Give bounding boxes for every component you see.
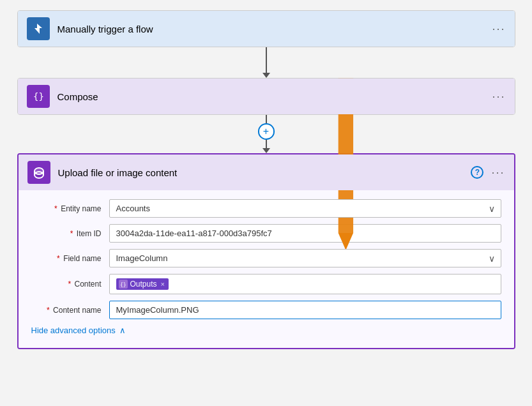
upload-card: Upload file or image content ? ··· * Ent…	[17, 153, 515, 349]
add-step-button[interactable]: +	[258, 123, 275, 139]
field-name-row: * Field name ImageColumn ∨	[31, 249, 501, 267]
field-name-label: * Field name	[31, 254, 102, 263]
compose-title: Compose	[57, 91, 485, 102]
connector-arrow-1	[262, 73, 270, 78]
content-row: * Content {} Outputs ×	[31, 274, 501, 294]
upload-help-button[interactable]: ?	[471, 166, 483, 179]
entity-name-select-wrapper: Accounts ∨	[109, 199, 501, 218]
plus-line-top	[266, 115, 267, 123]
connector-1	[262, 47, 270, 78]
item-id-row: * Item ID	[31, 224, 501, 243]
upload-body: * Entity name Accounts ∨ * Item ID	[19, 190, 514, 348]
content-required-mark: *	[68, 280, 71, 289]
entity-name-row: * Entity name Accounts ∨	[31, 199, 501, 218]
plus-arrow-down	[262, 148, 270, 153]
entity-name-label: * Entity name	[31, 204, 102, 213]
token-label: Outputs	[130, 280, 157, 289]
content-label: * Content	[31, 280, 102, 289]
svg-text:{}: {}	[33, 91, 44, 102]
entity-required-mark: *	[54, 204, 57, 213]
trigger-more-button[interactable]: ···	[492, 22, 505, 36]
field-name-select[interactable]: ImageColumn	[109, 249, 501, 267]
upload-header: Upload file or image content ? ···	[19, 154, 514, 190]
field-required-mark: *	[57, 254, 60, 263]
trigger-title: Manually trigger a flow	[57, 24, 485, 34]
hide-advanced-toggle[interactable]: Hide advanced options ∧	[31, 326, 501, 335]
svg-text:{}: {}	[120, 282, 126, 287]
field-name-select-wrapper: ImageColumn ∨	[109, 249, 501, 267]
entity-name-select[interactable]: Accounts	[109, 199, 501, 218]
upload-icon	[27, 161, 50, 184]
trigger-icon	[27, 17, 50, 40]
upload-more-button[interactable]: ···	[491, 166, 505, 179]
compose-icon: {}	[27, 85, 50, 108]
trigger-card: Manually trigger a flow ···	[17, 10, 515, 47]
item-id-label: * Item ID	[31, 229, 102, 238]
content-name-row: * Content name	[31, 301, 501, 319]
token-icon: {}	[119, 280, 128, 289]
chevron-up-icon: ∧	[119, 326, 126, 335]
compose-more-button[interactable]: ···	[492, 90, 505, 103]
token-remove-button[interactable]: ×	[161, 280, 165, 288]
add-step-connector: +	[258, 115, 275, 153]
hide-advanced-label: Hide advanced options	[31, 326, 116, 335]
upload-title: Upload file or image content	[58, 167, 464, 178]
plus-line-bottom	[266, 140, 267, 148]
content-name-input[interactable]	[109, 301, 501, 319]
compose-header: {} Compose ···	[18, 79, 515, 114]
content-name-label: * Content name	[31, 306, 102, 315]
content-field[interactable]: {} Outputs ×	[109, 274, 501, 294]
compose-card: {} Compose ···	[17, 78, 515, 115]
trigger-header: Manually trigger a flow ···	[18, 11, 515, 47]
item-id-required-mark: *	[70, 229, 73, 238]
content-name-required-mark: *	[47, 306, 50, 315]
connector-line-1	[266, 47, 267, 73]
content-token: {} Outputs ×	[116, 278, 169, 290]
item-id-input[interactable]	[109, 224, 501, 243]
